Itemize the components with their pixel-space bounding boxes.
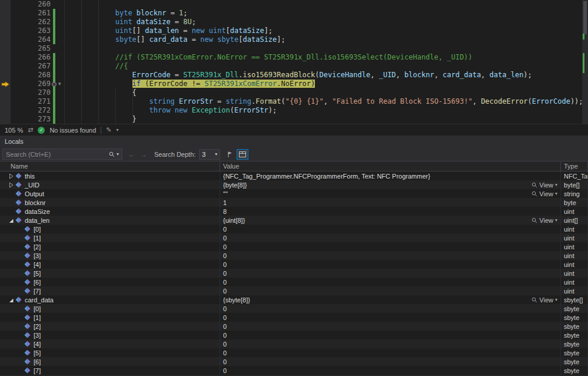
value-cell[interactable]: {uint[8]}View▾	[220, 216, 561, 225]
name-cell[interactable]: [1]	[0, 313, 220, 322]
name-cell[interactable]: dataSize	[0, 207, 220, 216]
name-cell[interactable]: [0]	[0, 225, 220, 233]
code-line[interactable]: 271 string ErrorStr = string.Format("{0}…	[0, 97, 582, 106]
locals-row[interactable]: [5]0sbyte	[0, 348, 588, 357]
name-cell[interactable]: [6]	[0, 278, 220, 286]
value-cell[interactable]: 8	[220, 207, 561, 216]
code-line[interactable]: 261 byte blocknr = 1;	[0, 9, 582, 18]
value-cell[interactable]: 1	[220, 198, 561, 207]
code-line[interactable]: 267 //{	[0, 62, 582, 71]
value-cell[interactable]: 0	[220, 331, 561, 339]
value-cell[interactable]: 0	[220, 348, 561, 357]
name-cell[interactable]: [7]	[0, 286, 220, 295]
name-cell[interactable]: [4]	[0, 339, 220, 348]
search-prev-button[interactable]: ←	[128, 150, 135, 159]
locals-row[interactable]: [3]0uint	[0, 251, 588, 260]
chevron-down-icon[interactable]: ▾	[117, 127, 119, 133]
name-cell[interactable]: [3]	[0, 251, 220, 260]
value-cell[interactable]: {byte[8]}View▾	[220, 180, 561, 189]
status-message[interactable]: No issues found	[49, 127, 96, 134]
locals-row[interactable]: [1]0uint	[0, 233, 588, 242]
code-fold-chevron-icon[interactable]: ▾	[58, 80, 61, 88]
locals-row[interactable]: [5]0uint	[0, 269, 588, 278]
value-cell[interactable]: 0	[220, 286, 561, 295]
code-line[interactable]: 268 ErrorCode = ST25R391x_Dll.iso15693Re…	[0, 71, 582, 80]
name-cell[interactable]: [2]	[0, 322, 220, 331]
locals-row[interactable]: dataSize8uint	[0, 207, 588, 216]
column-header-name[interactable]: Name	[0, 161, 220, 171]
locals-row[interactable]: this{NFC_Tag_Programmer.NFCProgrammerFor…	[0, 171, 588, 180]
name-cell[interactable]: [4]	[0, 260, 220, 269]
value-cell[interactable]: 0	[220, 260, 561, 269]
value-cell[interactable]: 0	[220, 242, 561, 251]
locals-row[interactable]: blocknr1byte	[0, 198, 588, 207]
name-cell[interactable]: data_len	[0, 216, 220, 225]
locals-row[interactable]: [0]0uint	[0, 225, 588, 233]
locals-row[interactable]: [2]0uint	[0, 242, 588, 251]
view-visualizer-button[interactable]: View▾	[531, 296, 557, 304]
view-visualizer-button[interactable]: View▾	[531, 182, 557, 189]
locals-row[interactable]: [1]0sbyte	[0, 313, 588, 322]
value-cell[interactable]: 0	[220, 339, 561, 348]
name-cell[interactable]: [5]	[0, 348, 220, 357]
scrollbar-thumb[interactable]	[583, 1, 587, 34]
value-cell[interactable]: {NFC_Tag_Programmer.NFCProgrammerForm, T…	[220, 171, 561, 180]
locals-row[interactable]: _UID{byte[8]}View▾byte[]	[0, 180, 588, 189]
code-editor[interactable]: 260261 byte blocknr = 1;262 uint dataSiz…	[0, 0, 588, 124]
flag-icon[interactable]	[226, 151, 233, 158]
code-line[interactable]: 273 }	[0, 115, 582, 124]
value-cell[interactable]: 0	[220, 357, 561, 366]
column-header-type[interactable]: Type	[561, 161, 588, 171]
value-cell[interactable]: 0	[220, 269, 561, 278]
code-line[interactable]: 270 {	[0, 88, 582, 97]
search-options-chevron-icon[interactable]: ▾	[117, 151, 119, 157]
value-cell[interactable]: 0	[220, 233, 561, 242]
code-line[interactable]: 263 uint[] data_len = new uint[dataSize]…	[0, 27, 582, 35]
code-line[interactable]: 266 //if (ST25R391xComError.NoError == S…	[0, 53, 582, 62]
value-cell[interactable]: {sbyte[8]}View▾	[220, 295, 561, 304]
locals-row[interactable]: [4]0uint	[0, 260, 588, 269]
value-cell[interactable]: 0	[220, 366, 561, 375]
code-line[interactable]: 264 sbyte[] card_data = new sbyte[dataSi…	[0, 35, 582, 44]
name-cell[interactable]: [6]	[0, 357, 220, 366]
code-line[interactable]: 265	[0, 44, 582, 53]
view-visualizer-button[interactable]: View▾	[531, 190, 557, 197]
value-cell[interactable]: 0	[220, 322, 561, 331]
name-cell[interactable]: [1]	[0, 233, 220, 242]
zoom-level[interactable]: 105 %	[5, 127, 23, 134]
name-cell[interactable]: this	[0, 171, 220, 180]
code-line[interactable]: 262 uint dataSize = 8U;	[0, 18, 582, 27]
value-cell[interactable]: 0	[220, 304, 561, 313]
value-cell[interactable]: ""View▾	[220, 189, 561, 198]
row-expander[interactable]	[7, 217, 15, 223]
name-cell[interactable]: [7]	[0, 366, 220, 375]
no-issues-check-icon[interactable]: ✓	[38, 127, 45, 134]
view-visualizer-button[interactable]: View▾	[531, 217, 557, 224]
value-cell[interactable]: 0	[220, 278, 561, 286]
search-box[interactable]: ▾	[2, 149, 122, 160]
tab-view-icon[interactable]	[237, 149, 248, 160]
row-expander[interactable]	[7, 173, 15, 179]
column-header-value[interactable]: Value	[220, 161, 561, 171]
name-cell[interactable]: _UID	[0, 180, 220, 189]
locals-row[interactable]: [6]0uint	[0, 278, 588, 286]
name-cell[interactable]: [3]	[0, 331, 220, 339]
search-button[interactable]: ▾	[106, 151, 122, 157]
locals-row[interactable]: Output""View▾string	[0, 189, 588, 198]
locals-row[interactable]: data_len{uint[8]}View▾uint[]	[0, 216, 588, 225]
search-input[interactable]	[3, 151, 106, 158]
value-cell[interactable]: 0	[220, 251, 561, 260]
locals-row[interactable]: [3]0sbyte	[0, 331, 588, 339]
row-expander[interactable]	[7, 182, 15, 188]
code-cleanup-icon[interactable]: ✎	[106, 126, 111, 134]
value-cell[interactable]: 0	[220, 225, 561, 233]
name-cell[interactable]: [0]	[0, 304, 220, 313]
locals-row[interactable]: [4]0sbyte	[0, 339, 588, 348]
locals-row[interactable]: card_data{sbyte[8]}View▾sbyte[]	[0, 295, 588, 304]
code-line[interactable]: 269 if (ErrorCode != ST25R391xComError.N…	[0, 80, 582, 88]
locals-panel-title[interactable]: Locals	[0, 136, 588, 147]
search-depth-dropdown[interactable]: 3 ▾	[199, 149, 220, 160]
editor-scrollbar[interactable]	[582, 0, 588, 124]
gutter-circle-icon[interactable]	[52, 82, 57, 87]
locals-row[interactable]: [6]0sbyte	[0, 357, 588, 366]
